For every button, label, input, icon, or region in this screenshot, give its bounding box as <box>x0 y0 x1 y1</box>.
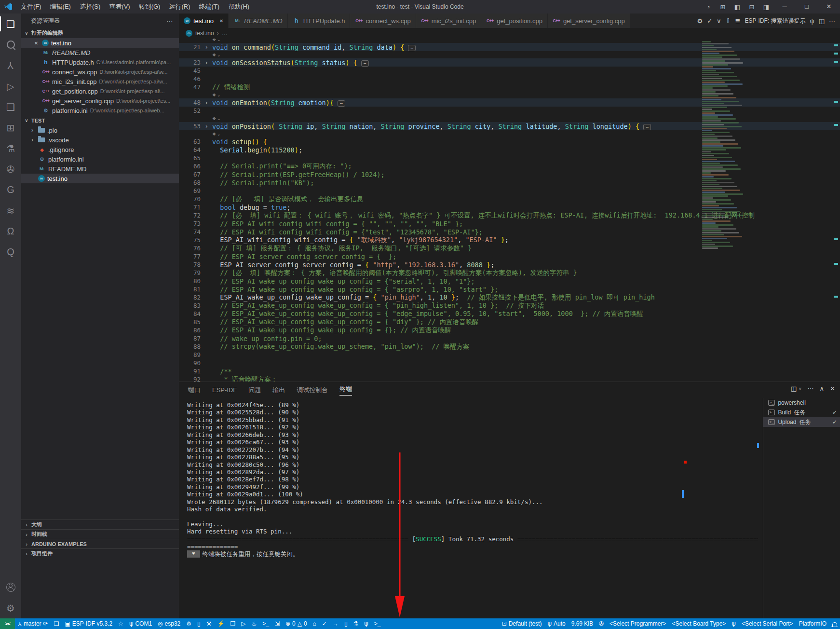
codelens-icon[interactable]: ❖ <box>212 53 216 57</box>
editor-tab[interactable]: C++mic_i2s_init.cpp <box>416 14 482 28</box>
status-notifications[interactable] <box>829 618 840 629</box>
more-actions-icon[interactable]: ⋯ <box>808 385 814 392</box>
status-port-plug[interactable]: ψ <box>729 618 739 629</box>
status-espidf-terminal[interactable]: >_ <box>259 618 272 629</box>
activity-item-search[interactable] <box>0 34 21 55</box>
menu-item[interactable]: 文件(F) <box>16 0 46 14</box>
sidebar-section-项目组件[interactable]: ›项目组件 <box>21 548 179 558</box>
pio-build-check-icon[interactable]: ✓ <box>707 17 712 25</box>
open-editor-item[interactable]: ✕∞test.ino <box>21 38 179 48</box>
task-item-Upload[interactable]: >_Upload任务✓ <box>763 417 840 427</box>
open-editor-item[interactable]: C++get_position.cppD:\work\iot-project\e… <box>21 86 179 96</box>
espidf-lint-icon[interactable]: ≣ <box>735 17 741 25</box>
activity-item-source-control[interactable]: Y <box>0 55 21 76</box>
minimap[interactable] <box>702 41 745 255</box>
status-pio-env-esp32[interactable]: ◎esp32 <box>155 618 183 629</box>
activity-item-settings-gear[interactable]: ⚙ <box>0 598 21 618</box>
activity-item-remote-explorer[interactable]: ❑ <box>0 96 21 117</box>
tree-item[interactable]: ›.pio <box>21 125 179 135</box>
menu-item[interactable]: 编辑(E) <box>46 0 75 14</box>
open-editor-item[interactable]: ⚙platformio.iniD:\work\iot-project\esp-a… <box>21 106 179 115</box>
code-editor[interactable]: ❖⌄21›void on_command(String command_id, … <box>179 39 840 382</box>
split-editor-icon[interactable]: ◫ <box>819 17 825 25</box>
tree-item[interactable]: ⚙platformio.ini <box>21 154 179 164</box>
sidebar-section-ARDUINO EXAMPLES[interactable]: ›ARDUINO EXAMPLES <box>21 539 179 548</box>
status-espidf-tools[interactable]: ⚒ <box>203 618 215 629</box>
editor-tab[interactable]: C++get_position.cpp <box>481 14 548 28</box>
activity-item-codegeex[interactable]: G <box>0 179 21 200</box>
fold-chevron-icon[interactable]: › <box>201 44 212 51</box>
fold-chevron-icon[interactable]: › <box>201 99 212 106</box>
codegeex-settings-icon[interactable]: ⚙ <box>697 17 703 25</box>
status-menuconfig-gear[interactable]: ⚙ <box>183 618 194 629</box>
close-panel-icon[interactable]: ✕ <box>830 385 835 392</box>
tree-item[interactable]: M↓README.MD <box>21 164 179 174</box>
status-espidf-flame[interactable]: ♨ <box>248 618 259 629</box>
toggle-sidebar-icon[interactable]: ◧ <box>730 3 745 11</box>
terminal-output[interactable]: Writing at 0x0024f45e... (89 %)Writing a… <box>187 401 758 616</box>
workspace-header[interactable]: ∨ TEST <box>21 115 179 125</box>
customize-layout-icon[interactable]: ⊞ <box>716 3 730 11</box>
menu-item[interactable]: 选择(S) <box>75 0 105 14</box>
toggle-panel-icon[interactable]: ⊟ <box>745 3 759 11</box>
open-editor-item[interactable]: C++mic_i2s_init.cppD:\work\iot-project\e… <box>21 77 179 86</box>
status-platformio-label[interactable]: PlatformIO <box>796 618 829 629</box>
activity-item-testing[interactable]: ⚗ <box>0 138 21 159</box>
status-port-auto[interactable]: ψAuto <box>544 618 568 629</box>
editor-tab[interactable]: ∞test.ino✕ <box>179 14 229 28</box>
sidebar-section-大纲[interactable]: ›大纲 <box>21 520 179 529</box>
editor-tab[interactable]: hHTTPUpdate.h <box>288 14 351 28</box>
activity-item-extensions[interactable]: ⊞ <box>0 117 21 138</box>
status-ram-usage[interactable]: 9.69 KiB <box>569 618 596 629</box>
status-espidf-monitor[interactable]: ❐ <box>227 618 238 629</box>
close-icon[interactable]: ✕ <box>219 18 223 24</box>
panel-tab-ESP-IDF[interactable]: ESP-IDF <box>212 386 237 394</box>
menu-item[interactable]: 帮助(H) <box>224 0 254 14</box>
panel-tab-问题[interactable]: 问题 <box>248 386 261 395</box>
more-actions-icon[interactable]: ⋯ <box>829 17 835 25</box>
fold-chevron-icon[interactable]: › <box>201 59 212 66</box>
open-editor-item[interactable]: C++connect_ws.cppD:\work\iot-project\esp… <box>21 67 179 77</box>
open-editor-item[interactable]: C++get_server_config.cppD:\work\iot-proj… <box>21 96 179 106</box>
maximize-button[interactable]: □ <box>796 0 818 14</box>
close-icon[interactable]: ✕ <box>33 41 40 46</box>
status-git-branch[interactable]: Ymaster⟳ <box>15 618 51 629</box>
status-pio-home[interactable]: ⌂ <box>310 618 319 629</box>
fold-chevron-icon[interactable]: › <box>201 123 212 130</box>
menu-item[interactable]: 转到(G) <box>135 0 165 14</box>
status-espidf-flash-monitor[interactable]: ⇲ <box>272 618 283 629</box>
codelens-icon[interactable]: ❖ <box>212 132 216 137</box>
tree-item[interactable]: ›.vscode <box>21 135 179 145</box>
codelens-icon[interactable]: ❖ <box>212 116 216 121</box>
status-pio-build[interactable]: ✓ <box>319 618 330 629</box>
split-terminal-icon[interactable]: ◫ <box>791 385 797 392</box>
panel-tab-调试控制台[interactable]: 调试控制台 <box>297 386 328 395</box>
menu-item[interactable]: 查看(V) <box>105 0 134 14</box>
activity-item-assistant[interactable]: Q <box>0 242 21 262</box>
sidebar-more-icon[interactable]: ⋯ <box>166 17 173 25</box>
editor-tab[interactable]: M↓README.MD <box>229 14 287 28</box>
codelens-icon[interactable]: ❖ <box>212 39 216 42</box>
status-pio-clean[interactable]: ▯ <box>341 618 351 629</box>
open-editor-item[interactable]: M↓README.MD <box>21 48 179 57</box>
status-select-programmer[interactable]: <Select Programmer> <box>607 618 669 629</box>
task-item-powershell[interactable]: >_powershell <box>763 398 840 408</box>
panel-tab-端口[interactable]: 端口 <box>188 386 201 395</box>
status-pio-terminal[interactable]: >_ <box>371 618 384 629</box>
editor-tab[interactable]: C++get_server_config.cpp <box>548 14 630 28</box>
sidebar-section-时间线[interactable]: ›时间线 <box>21 529 179 539</box>
open-editors-header[interactable]: ∨ 打开的编辑器 <box>21 28 179 38</box>
menu-item[interactable]: 运行(R) <box>164 0 194 14</box>
status-select-serial-port[interactable]: <Select Serial Port> <box>739 618 796 629</box>
upload-icon[interactable]: ⇩ <box>726 17 731 25</box>
editor-tab[interactable]: C++connect_ws.cpp <box>350 14 416 28</box>
tree-item[interactable]: ◆.gitignore <box>21 145 179 154</box>
activity-item-explorer[interactable]: ❏ <box>0 14 21 34</box>
tree-item[interactable]: ∞test.ino <box>21 174 179 183</box>
status-select-board-type[interactable]: <Select Board Type> <box>669 618 729 629</box>
status-pio-programmer-icon[interactable]: ✇ <box>596 618 607 629</box>
activity-item-platformio-tools[interactable]: ✇ <box>0 159 21 179</box>
status-espidf-version[interactable]: ▣ESP-IDF v5.3.2 <box>62 618 115 629</box>
open-editor-item[interactable]: hHTTPUpdate.hC:\Users\admin\.platformio\… <box>21 57 179 67</box>
codelens-icon[interactable]: ❖ <box>212 93 216 97</box>
